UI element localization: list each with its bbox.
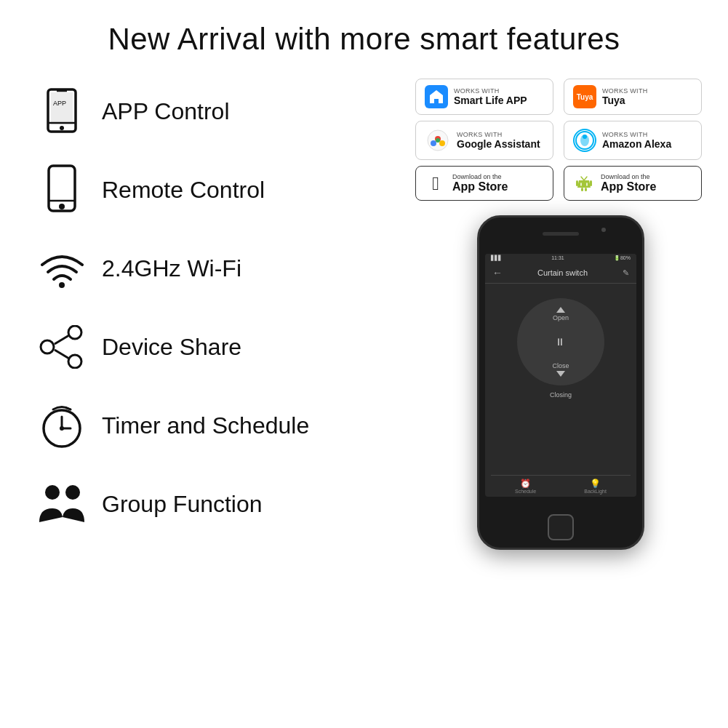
- curtain-close: Close: [552, 362, 569, 377]
- tuya-icon: Tuya: [573, 85, 596, 108]
- svg-line-14: [55, 350, 69, 359]
- page-title: New Arrival with more smart features: [0, 0, 728, 57]
- svg-point-12: [68, 355, 81, 368]
- android-store-badge[interactable]: Download on the App Store: [564, 166, 702, 201]
- alexa-works: WORKS WITH: [602, 131, 671, 138]
- google-works: WORKS WITH: [457, 131, 540, 138]
- apple-store-badge[interactable]:  Download on the App Store: [415, 166, 553, 201]
- feature-remote-control: Remote Control: [36, 164, 415, 215]
- backlight-label: BackLight: [584, 489, 607, 494]
- feature-wifi: 2.4GHz Wi-Fi: [36, 243, 415, 294]
- svg-point-4: [60, 126, 64, 130]
- svg-point-19: [65, 485, 80, 500]
- phone-mockup: ▋▋▋ 11:31 🔋80% ← Curtain switch ✎: [477, 215, 644, 550]
- apple-store-text: Download on the App Store: [452, 173, 508, 193]
- svg-line-13: [55, 335, 69, 344]
- close-label: Close: [552, 362, 569, 369]
- google-name: Google Assistant: [457, 138, 540, 150]
- smart-life-text: WORKS WITH Smart Life APP: [454, 87, 527, 106]
- backlight-btn: 💡 BackLight: [584, 479, 607, 494]
- google-text: WORKS WITH Google Assistant: [457, 131, 540, 150]
- remote-control-icon: [36, 164, 87, 215]
- edit-icon: ✎: [623, 268, 629, 278]
- apple-icon: : [425, 172, 447, 194]
- google-badge: WORKS WITH Google Assistant: [415, 121, 553, 160]
- phone-screen-header: ← Curtain switch ✎: [485, 263, 636, 284]
- svg-point-27: [583, 135, 587, 139]
- svg-point-11: [41, 340, 54, 353]
- alexa-text: WORKS WITH Amazon Alexa: [602, 131, 671, 150]
- timer-icon: [36, 400, 87, 451]
- svg-text:APP: APP: [53, 100, 66, 107]
- timer-label: Timer and Schedule: [102, 412, 309, 439]
- schedule-btn: ⏰ Schedule: [515, 479, 536, 494]
- tuya-text: WORKS WITH Tuya: [602, 87, 648, 106]
- tuya-name: Tuya: [602, 95, 648, 106]
- android-store-text: Download on the App Store: [601, 173, 656, 193]
- phone-bottom-bar: ⏰ Schedule 💡 BackLight: [491, 475, 631, 497]
- chevron-up-icon: [556, 307, 565, 313]
- svg-point-10: [68, 326, 81, 339]
- android-store-name: App Store: [601, 180, 656, 193]
- svg-rect-29: [590, 180, 592, 186]
- phone-screen-body: Open ⏸ Close Closing: [485, 284, 636, 399]
- tuya-works: WORKS WITH: [602, 87, 648, 95]
- app-control-icon: APP: [36, 86, 87, 137]
- alexa-icon: [573, 129, 596, 152]
- curtain-pause-icon: ⏸: [555, 336, 567, 348]
- svg-point-8: [59, 204, 65, 209]
- open-label: Open: [553, 314, 569, 321]
- svg-point-21: [431, 140, 436, 146]
- phone-screen-title: Curtain switch: [537, 268, 588, 277]
- group-label: Group Function: [102, 491, 263, 518]
- svg-point-16: [60, 426, 64, 431]
- wifi-label: 2.4GHz Wi-Fi: [102, 255, 241, 282]
- backlight-icon: 💡: [590, 479, 601, 489]
- schedule-label: Schedule: [515, 489, 536, 494]
- status-bar: ▋▋▋ 11:31 🔋80%: [485, 254, 636, 263]
- wifi-icon: [36, 243, 87, 294]
- feature-app-control: APP APP Control: [36, 86, 415, 137]
- alexa-name: Amazon Alexa: [602, 138, 671, 150]
- back-arrow-icon: ←: [492, 267, 503, 279]
- curtain-status: Closing: [550, 391, 572, 399]
- smart-life-name: Smart Life APP: [454, 95, 527, 106]
- tuya-badge: Tuya WORKS WITH Tuya: [564, 79, 702, 115]
- phone-screen: ▋▋▋ 11:31 🔋80% ← Curtain switch ✎: [485, 254, 636, 497]
- svg-point-9: [59, 282, 65, 288]
- chevron-down-icon: [556, 371, 565, 377]
- group-icon: [36, 479, 87, 529]
- svg-rect-30: [581, 188, 583, 191]
- remote-control-label: Remote Control: [102, 177, 265, 204]
- svg-rect-28: [576, 180, 578, 186]
- svg-rect-31: [585, 188, 587, 191]
- alexa-badge: WORKS WITH Amazon Alexa: [564, 121, 702, 160]
- phone-camera: [601, 228, 606, 232]
- device-share-icon: [36, 321, 87, 372]
- status-signal: ▋▋▋: [491, 255, 502, 261]
- curtain-open: Open: [553, 307, 569, 321]
- curtain-control-circle: Open ⏸ Close: [517, 298, 604, 385]
- svg-point-24: [436, 138, 440, 143]
- app-control-label: APP Control: [102, 98, 230, 125]
- smart-life-works: WORKS WITH: [454, 87, 527, 95]
- apple-store-name: App Store: [452, 180, 508, 193]
- feature-timer: Timer and Schedule: [36, 400, 415, 451]
- svg-point-18: [45, 485, 60, 500]
- android-store-small: Download on the: [601, 173, 656, 180]
- smart-life-badge: WORKS WITH Smart Life APP: [415, 79, 553, 115]
- google-icon: [425, 127, 451, 153]
- schedule-icon: ⏰: [520, 479, 531, 489]
- feature-group: Group Function: [36, 479, 415, 529]
- status-time: 11:31: [551, 255, 564, 261]
- features-list: APP APP Control Remote Control: [0, 79, 415, 557]
- status-battery: 🔋80%: [614, 255, 631, 261]
- svg-rect-1: [51, 92, 73, 124]
- svg-point-23: [439, 140, 445, 146]
- right-panel: WORKS WITH Smart Life APP Tuya WORKS WIT…: [415, 79, 728, 557]
- phone-home-button[interactable]: [548, 514, 574, 540]
- device-share-label: Device Share: [102, 334, 241, 361]
- phone-speaker: [543, 232, 579, 236]
- phone-container: ▋▋▋ 11:31 🔋80% ← Curtain switch ✎: [415, 215, 706, 550]
- smart-life-icon: [425, 85, 448, 108]
